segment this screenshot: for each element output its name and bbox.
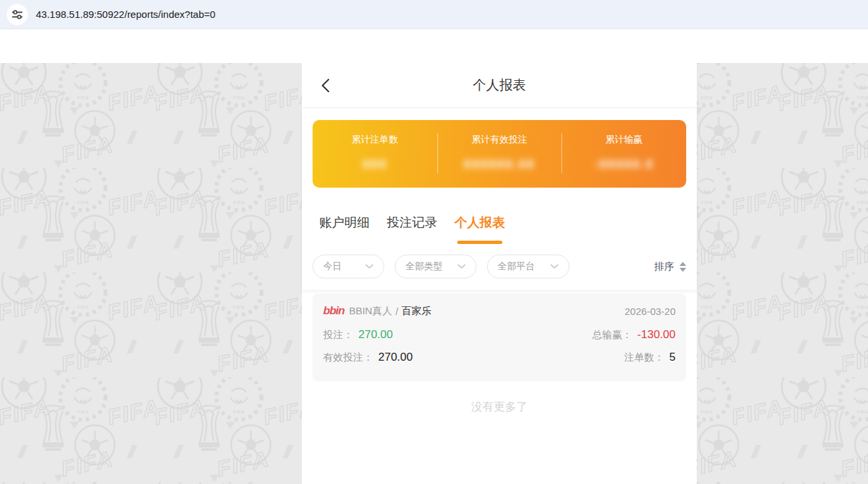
sort-label: 排序 bbox=[654, 261, 674, 273]
separator: / bbox=[396, 306, 398, 317]
url-text[interactable]: 43.198.51.89:50922/reports/index?tab=0 bbox=[36, 9, 216, 20]
chevron-down-icon bbox=[457, 264, 466, 269]
platform-filter-dropdown[interactable]: 全部平台 bbox=[487, 255, 569, 278]
date-filter-dropdown[interactable]: 今日 bbox=[313, 255, 384, 278]
tab-underline bbox=[322, 241, 367, 244]
summary-value-blurred: 888 bbox=[362, 157, 388, 172]
order-count-label: 注单数： bbox=[624, 351, 664, 364]
report-card-header: bbin BBIN真人 / 百家乐 2026-03-20 bbox=[323, 304, 676, 318]
tune-icon bbox=[11, 9, 23, 21]
tab-label: 个人报表 bbox=[455, 214, 505, 231]
tab-label: 投注记录 bbox=[387, 214, 437, 231]
platform-filter-label: 全部平台 bbox=[498, 261, 535, 272]
tab-bar: 账户明细 投注记录 个人报表 bbox=[302, 188, 697, 244]
site-settings-button[interactable] bbox=[7, 4, 28, 25]
summary-value-blurred: 888888.88 bbox=[464, 157, 536, 172]
filter-bar: 今日 全部类型 全部平台 bbox=[302, 244, 697, 290]
tab-personal-report[interactable]: 个人报表 bbox=[455, 214, 505, 244]
tab-bet-records[interactable]: 投注记录 bbox=[387, 214, 437, 244]
browser-window: 43.198.51.89:50922/reports/index?tab=0 bbox=[0, 0, 868, 484]
tab-account-details[interactable]: 账户明细 bbox=[319, 214, 370, 244]
winloss-value: -130.00 bbox=[637, 328, 676, 341]
bet-cell: 投注： 270.00 bbox=[323, 328, 500, 341]
game-name: 百家乐 bbox=[401, 305, 431, 318]
back-button[interactable] bbox=[321, 77, 334, 94]
tab-label: 账户明细 bbox=[319, 214, 370, 231]
app-panel: 个人报表 累计注单数 888 累计有效投注 888888.88 累计输赢 -8 bbox=[302, 63, 697, 484]
sort-button[interactable]: 排序 bbox=[654, 261, 686, 273]
winloss-cell: 总输赢： -130.00 bbox=[500, 328, 676, 341]
no-more-text: 没有更多了 bbox=[313, 399, 686, 414]
report-date: 2026-03-20 bbox=[624, 306, 676, 317]
valid-bet-label: 有效投注： bbox=[323, 351, 373, 364]
order-count-value: 5 bbox=[670, 351, 676, 364]
summary-label: 累计有效投注 bbox=[472, 134, 528, 146]
chevron-left-icon bbox=[321, 78, 330, 93]
page-body: FIFA FIFA bbox=[0, 29, 868, 484]
tab-underline-active bbox=[457, 241, 502, 244]
tab-underline bbox=[390, 241, 435, 244]
summary-col-winloss: 累计输赢 -88888.8 bbox=[561, 120, 686, 188]
order-count-cell: 注单数： 5 bbox=[500, 351, 676, 364]
browser-url-bar[interactable]: 43.198.51.89:50922/reports/index?tab=0 bbox=[0, 0, 868, 29]
summary-value-blurred: -88888.8 bbox=[594, 157, 654, 172]
report-card[interactable]: bbin BBIN真人 / 百家乐 2026-03-20 投注： 270.00 … bbox=[313, 294, 686, 381]
type-filter-dropdown[interactable]: 全部类型 bbox=[395, 255, 476, 278]
summary-card: 累计注单数 888 累计有效投注 888888.88 累计输赢 -88888.8 bbox=[313, 120, 686, 188]
type-filter-label: 全部类型 bbox=[405, 261, 443, 272]
report-stats: 投注： 270.00 总输赢： -130.00 有效投注： 270.00 注 bbox=[323, 328, 676, 364]
provider-name: BBIN真人 bbox=[349, 305, 392, 318]
page-title: 个人报表 bbox=[302, 63, 697, 107]
summary-col-orders: 累计注单数 888 bbox=[313, 120, 437, 188]
bet-label: 投注： bbox=[323, 329, 353, 341]
summary-label: 累计注单数 bbox=[352, 134, 398, 146]
header-sheet: 累计注单数 888 累计有效投注 888888.88 累计输赢 -88888.8 bbox=[302, 108, 697, 290]
valid-bet-cell: 有效投注： 270.00 bbox=[323, 351, 500, 364]
chevron-down-icon bbox=[365, 264, 374, 269]
bet-value: 270.00 bbox=[358, 328, 393, 341]
winloss-label: 总输赢： bbox=[592, 329, 632, 341]
date-filter-label: 今日 bbox=[323, 261, 342, 272]
app-header: 个人报表 bbox=[302, 63, 697, 108]
chevron-down-icon bbox=[550, 264, 559, 269]
summary-col-valid-bets: 累计有效投注 888888.88 bbox=[437, 120, 562, 188]
summary-label: 累计输赢 bbox=[605, 134, 642, 146]
valid-bet-value: 270.00 bbox=[378, 351, 413, 364]
bbin-logo: bbin bbox=[323, 304, 344, 318]
report-list: bbin BBIN真人 / 百家乐 2026-03-20 投注： 270.00 … bbox=[302, 290, 697, 484]
sort-arrows-icon bbox=[680, 262, 686, 272]
